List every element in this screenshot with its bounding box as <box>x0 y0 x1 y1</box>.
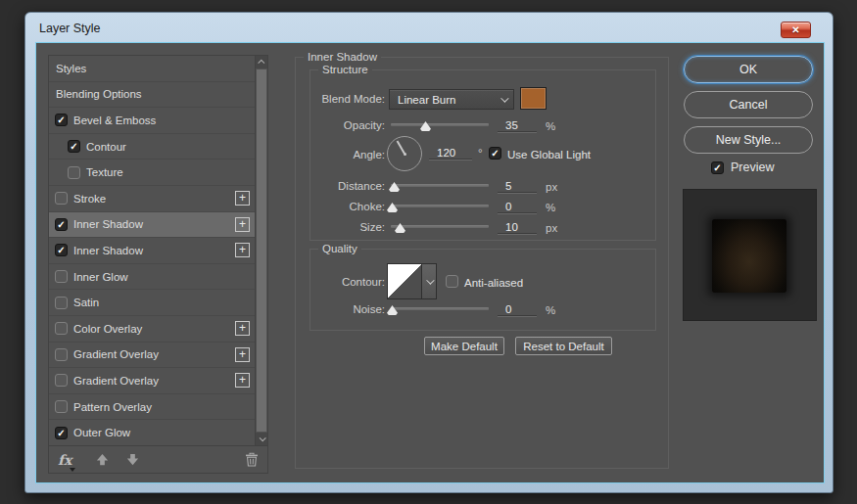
effect-checkbox[interactable] <box>55 400 68 413</box>
size-slider[interactable] <box>391 225 489 228</box>
distance-unit: px <box>546 181 557 193</box>
effects-scrollbar[interactable] <box>255 56 267 445</box>
opacity-slider-thumb[interactable] <box>420 121 431 131</box>
sidebar-item-label: Stroke <box>73 193 106 205</box>
sidebar-item-texture-4[interactable]: Texture <box>49 160 255 186</box>
trash-icon <box>245 452 259 467</box>
sidebar-item-stroke-5[interactable]: Stroke+ <box>49 186 255 212</box>
opacity-unit: % <box>546 120 555 132</box>
move-effect-down-button[interactable] <box>125 452 140 467</box>
sidebar-item-outer-glow-14[interactable]: ✓Outer Glow <box>49 420 255 445</box>
noise-slider[interactable] <box>391 307 489 310</box>
opacity-slider[interactable] <box>391 123 489 126</box>
noise-unit: % <box>546 304 555 316</box>
angle-dial[interactable] <box>387 136 422 171</box>
contour-thumbnail[interactable] <box>387 263 422 299</box>
sidebar-item-label: Styles <box>56 63 86 74</box>
add-instance-icon[interactable]: + <box>235 347 250 362</box>
sidebar-item-label: Pattern Overlay <box>73 401 152 413</box>
effect-checkbox[interactable]: ✓ <box>55 114 68 126</box>
angle-input[interactable]: 120 <box>429 147 472 160</box>
angle-label: Angle: <box>310 149 385 160</box>
effect-checkbox[interactable] <box>55 192 68 205</box>
sidebar-item-inner-glow-8[interactable]: Inner Glow <box>49 264 255 291</box>
check-icon: ✓ <box>491 148 499 159</box>
sidebar-item-inner-shadow-7[interactable]: ✓Inner Shadow+ <box>49 238 255 264</box>
anti-aliased-label: Anti-aliased <box>464 277 523 289</box>
choke-unit: % <box>546 202 555 213</box>
sidebar-item-gradient-overlay-12[interactable]: Gradient Overlay+ <box>49 368 255 394</box>
scroll-up-button[interactable] <box>256 56 267 69</box>
sidebar-item-contour-3[interactable]: ✓Contour <box>49 134 255 160</box>
contour-picker-button[interactable] <box>422 263 437 299</box>
size-input[interactable]: 10 <box>498 221 537 234</box>
move-effect-up-button[interactable] <box>95 452 110 467</box>
effect-checkbox[interactable]: ✓ <box>55 244 68 256</box>
distance-input[interactable]: 5 <box>498 180 537 193</box>
effect-checkbox[interactable] <box>55 374 68 387</box>
noise-slider-thumb[interactable] <box>387 305 398 315</box>
sidebar-item-blending-options-1[interactable]: Blending Options <box>49 82 255 109</box>
sidebar-item-inner-shadow-6[interactable]: ✓Inner Shadow+ <box>49 212 255 239</box>
effect-checkbox[interactable]: ✓ <box>55 218 68 231</box>
blend-mode-value: Linear Burn <box>390 94 455 106</box>
sidebar-item-styles-0[interactable]: Styles <box>49 56 255 82</box>
preview-checkbox[interactable]: ✓ <box>711 161 724 174</box>
scrollbar-thumb[interactable] <box>257 69 266 432</box>
distance-label: Distance: <box>310 180 385 192</box>
choke-input[interactable]: 0 <box>498 201 537 213</box>
chevron-down-icon <box>259 435 265 441</box>
sidebar-item-label: Gradient Overlay <box>73 375 159 387</box>
chevron-up-icon <box>258 60 264 67</box>
close-icon: ✕ <box>791 24 799 35</box>
effects-toolbar: fx <box>49 445 267 473</box>
sidebar-item-bevel-emboss-2[interactable]: ✓Bevel & Emboss <box>49 108 255 134</box>
cancel-button[interactable]: Cancel <box>684 91 813 118</box>
effect-checkbox[interactable] <box>55 297 68 309</box>
blend-mode-select[interactable]: Linear Burn <box>389 89 514 110</box>
sidebar-item-label: Bevel & Emboss <box>73 115 156 126</box>
effect-checkbox[interactable] <box>55 270 68 283</box>
effect-checkbox[interactable] <box>55 322 68 335</box>
delete-effect-button[interactable] <box>245 452 259 467</box>
distance-slider[interactable] <box>391 184 489 187</box>
choke-slider-thumb[interactable] <box>387 203 398 212</box>
make-default-button[interactable]: Make Default <box>424 337 504 355</box>
add-instance-icon[interactable]: + <box>235 321 250 336</box>
effect-checkbox[interactable]: ✓ <box>68 140 80 153</box>
noise-input[interactable]: 0 <box>498 303 537 316</box>
opacity-input[interactable]: 35 <box>498 119 537 132</box>
distance-slider-thumb[interactable] <box>389 182 400 192</box>
sidebar-item-color-overlay-10[interactable]: Color Overlay+ <box>49 316 255 343</box>
ok-button[interactable]: OK <box>684 56 813 83</box>
close-button[interactable]: ✕ <box>781 22 811 38</box>
choke-slider[interactable] <box>391 205 489 207</box>
use-global-light-checkbox[interactable]: ✓ <box>489 147 501 160</box>
effect-checkbox[interactable]: ✓ <box>55 427 68 439</box>
anti-aliased-checkbox[interactable] <box>446 275 458 288</box>
scroll-down-button[interactable] <box>256 433 267 445</box>
add-instance-icon[interactable]: + <box>235 373 250 388</box>
size-slider-thumb[interactable] <box>395 223 405 233</box>
add-instance-icon[interactable]: + <box>235 243 250 257</box>
effect-checkbox[interactable] <box>68 166 80 179</box>
shadow-color-swatch[interactable] <box>520 87 547 110</box>
effects-list: StylesBlending Options✓Bevel & Emboss✓Co… <box>49 56 255 445</box>
add-instance-icon[interactable]: + <box>235 217 250 232</box>
contour-label: Contour: <box>310 276 385 288</box>
group-title: Inner Shadow <box>304 51 381 63</box>
size-unit: px <box>546 222 557 234</box>
fx-menu-button[interactable]: fx <box>58 451 79 469</box>
structure-title: Structure <box>318 64 372 75</box>
sidebar-item-satin-9[interactable]: Satin <box>49 290 255 316</box>
sidebar-item-label: Color Overlay <box>73 323 142 335</box>
use-global-light-label: Use Global Light <box>507 149 591 160</box>
sidebar-item-pattern-overlay-13[interactable]: Pattern Overlay <box>49 394 255 421</box>
sidebar-item-label: Inner Shadow <box>73 218 143 230</box>
sidebar-item-gradient-overlay-11[interactable]: Gradient Overlay+ <box>49 343 255 369</box>
reset-to-default-button[interactable]: Reset to Default <box>515 337 612 355</box>
title-bar[interactable]: Layer Style ✕ <box>25 13 833 43</box>
add-instance-icon[interactable]: + <box>235 191 250 206</box>
new-style-button[interactable]: New Style... <box>684 126 813 154</box>
effect-checkbox[interactable] <box>55 348 68 361</box>
